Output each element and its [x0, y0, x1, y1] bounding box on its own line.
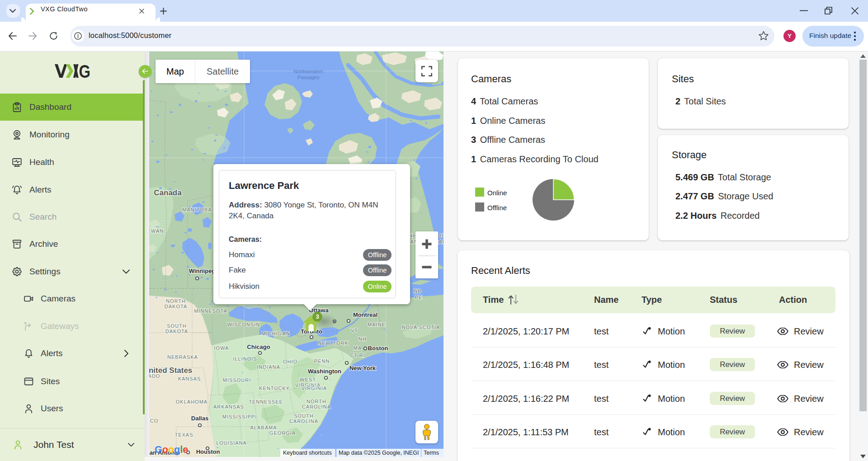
svg-text:Winnipeg: Winnipeg — [189, 268, 215, 274]
svg-text:Boston: Boston — [368, 345, 388, 352]
svg-text:NORTH: NORTH — [307, 399, 326, 404]
svg-text:NOVA SCOTIA: NOVA SCOTIA — [402, 325, 440, 330]
svg-text:TEXAS: TEXAS — [175, 432, 193, 437]
svg-text:PENN: PENN — [314, 358, 330, 364]
svg-text:WISCONSIN: WISCONSIN — [227, 322, 260, 327]
svg-text:MISSOURI: MISSOURI — [223, 377, 251, 383]
svg-text:PE: PE — [415, 295, 423, 300]
svg-text:ILLINOIS: ILLINOIS — [233, 356, 257, 362]
svg-text:CAROLINA: CAROLINA — [289, 419, 318, 424]
svg-text:DAKOTA: DAKOTA — [165, 304, 187, 309]
svg-text:MA: MA — [354, 345, 362, 351]
svg-text:Northwestern: Northwestern — [293, 69, 323, 74]
svg-text:WEST: WEST — [300, 377, 316, 382]
svg-text:CT RI: CT RI — [350, 353, 365, 358]
svg-text:NEBRASKA: NEBRASKA — [167, 354, 198, 360]
svg-text:EWAN: EWAN — [149, 228, 164, 234]
svg-text:G: G — [79, 64, 91, 78]
svg-text:MANITOBA: MANITOBA — [182, 207, 212, 212]
svg-text:OHIO: OHIO — [283, 359, 297, 364]
svg-text:NB: NB — [414, 288, 421, 294]
svg-text:Washington: Washington — [308, 368, 341, 375]
svg-text:LOUISIANA: LOUISIANA — [216, 440, 247, 446]
svg-text:KENTUCKY: KENTUCKY — [259, 386, 290, 391]
svg-text:VT: VT — [351, 328, 358, 333]
svg-text:GEORGIA: GEORGIA — [269, 430, 296, 436]
svg-text:MICHIGAN: MICHIGAN — [262, 331, 290, 336]
svg-text:DAKOTA: DAKOTA — [165, 329, 188, 334]
svg-text:TENNESSEE: TENNESSEE — [249, 399, 283, 405]
svg-text:Canada: Canada — [154, 188, 182, 197]
svg-text:OKLAHOMA: OKLAHOMA — [176, 399, 208, 405]
svg-text:Dallas: Dallas — [191, 415, 208, 422]
svg-text:SOUTH: SOUTH — [294, 413, 314, 419]
svg-text:MAINE: MAINE — [368, 322, 386, 327]
svg-text:ARKANSAS: ARKANSAS — [213, 404, 244, 409]
svg-text:NORTH: NORTH — [166, 298, 186, 304]
svg-text:MISSISSIPPI: MISSISSIPPI — [222, 414, 257, 419]
svg-text:IOWA: IOWA — [214, 345, 229, 351]
svg-text:Passages: Passages — [297, 75, 320, 80]
svg-text:KANSAS: KANSAS — [178, 376, 201, 381]
svg-text:SOUTH: SOUTH — [167, 323, 187, 329]
svg-text:New York: New York — [349, 365, 376, 372]
svg-text:ICO: ICO — [149, 418, 158, 423]
svg-text:United States: United States — [149, 366, 192, 375]
svg-text:ALABAMA: ALABAMA — [250, 425, 277, 430]
svg-text:Montreal: Montreal — [353, 311, 377, 318]
svg-text:VIRGINIA: VIRGINIA — [302, 386, 327, 391]
svg-text:CAROLINA: CAROLINA — [302, 404, 331, 409]
svg-text:NEW YORK: NEW YORK — [318, 340, 349, 346]
svg-text:INDIANA: INDIANA — [257, 364, 280, 370]
svg-text:NH: NH — [359, 336, 367, 342]
svg-text:Chicago: Chicago — [247, 343, 270, 350]
svg-text:MINNESOTA: MINNESOTA — [194, 308, 227, 314]
